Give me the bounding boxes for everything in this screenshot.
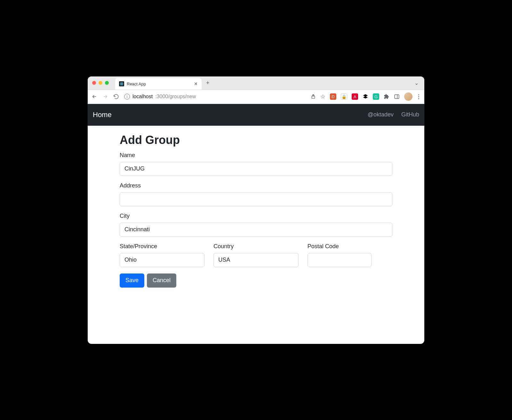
share-icon[interactable] [311,94,316,99]
site-info-icon[interactable]: i [124,94,130,99]
window-controls [92,81,109,85]
page-title: Add Group [120,133,392,147]
extension-duckduckgo-icon[interactable]: D [330,93,336,100]
url-path: :3000/groups/new [155,94,196,99]
browser-menu-icon[interactable] [417,94,420,99]
form-group-state: State/Province [120,243,204,267]
extension-grammarly-icon[interactable]: G [373,93,379,100]
input-country[interactable] [213,253,298,267]
label-country: Country [213,243,298,250]
extension-lock-icon[interactable]: 🔒 [341,93,347,100]
form-group-name: Name [120,152,392,176]
label-postal: Postal Code [308,243,392,250]
form-group-postal: Postal Code [308,243,392,267]
svg-point-3 [121,83,122,84]
tab-title: React App [127,82,191,86]
side-panel-icon[interactable] [394,94,400,99]
browser-window: React App ✕ + ⌄ i localhost:3000/groups/… [88,76,424,344]
input-city[interactable] [120,223,392,237]
browser-tab[interactable]: React App ✕ [115,78,202,90]
nav-link-github[interactable]: GitHub [401,111,419,118]
input-state[interactable] [120,253,204,267]
url-host: localhost [132,94,153,99]
form-group-address: Address [120,182,392,206]
label-city: City [120,213,392,219]
svg-rect-4 [395,95,399,99]
address-bar[interactable]: i localhost:3000/groups/new [124,94,306,99]
nav-link-twitter[interactable]: @oktadev [368,111,394,118]
minimize-window-button[interactable] [99,81,102,85]
maximize-window-button[interactable] [105,81,109,85]
reload-button[interactable] [113,94,119,99]
profile-avatar[interactable] [404,92,412,101]
browser-toolbar: i localhost:3000/groups/new ☆ D 🔒 A G [88,90,424,104]
page-content: Add Group Name Address City State/Provin… [88,126,424,344]
react-favicon-icon [119,81,124,86]
tabs-chevron-icon[interactable]: ⌄ [414,80,420,86]
browser-titlebar: React App ✕ + ⌄ [88,76,424,90]
label-name: Name [120,152,392,159]
app-navbar: Home @oktadev GitHub [88,104,424,126]
bookmark-star-icon[interactable]: ☆ [320,93,325,100]
toolbar-actions: ☆ D 🔒 A G [311,92,420,101]
forward-button[interactable] [102,94,108,99]
form-group-city: City [120,213,392,237]
close-tab-icon[interactable]: ✕ [194,81,198,86]
save-button[interactable]: Save [120,273,144,288]
input-address[interactable] [120,192,392,206]
label-address: Address [120,182,392,189]
extension-buffer-icon[interactable] [363,94,368,99]
extensions-puzzle-icon[interactable] [384,94,389,99]
form-group-country: Country [213,243,298,267]
close-window-button[interactable] [92,81,96,85]
extension-angular-icon[interactable]: A [352,93,358,100]
new-tab-button[interactable]: + [206,80,210,86]
form-actions: Save Cancel [120,273,392,288]
input-postal[interactable] [308,253,372,267]
label-state: State/Province [120,243,204,250]
cancel-button[interactable]: Cancel [147,273,176,288]
nav-brand[interactable]: Home [93,111,112,119]
input-name[interactable] [120,162,392,176]
back-button[interactable] [92,94,97,99]
form-row-location: State/Province Country Postal Code [120,243,392,267]
